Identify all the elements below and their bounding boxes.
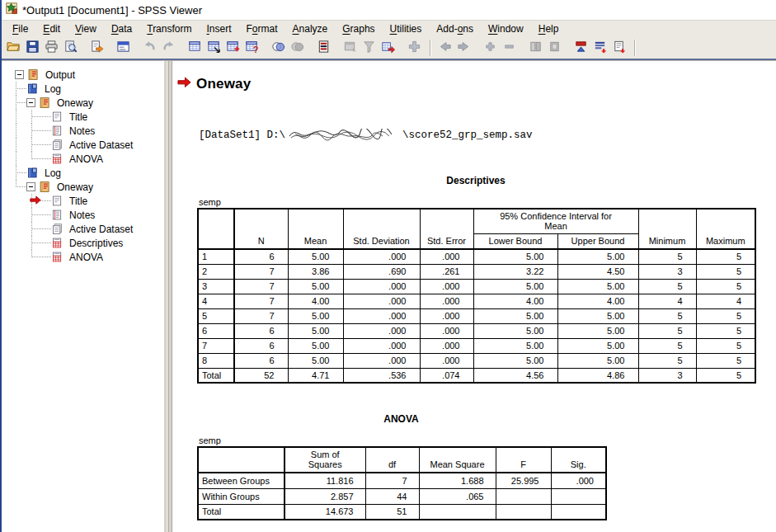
table-cell: 4 [638,294,696,308]
open-button[interactable] [4,39,23,57]
recall-dialog-icon [116,40,130,56]
recall-dialog-button[interactable] [114,39,133,57]
open-icon [7,40,21,56]
find-objects-button[interactable] [269,39,288,57]
table-cell: .000 [420,249,473,264]
hide-output-button[interactable] [545,39,564,57]
export-icon [90,40,104,56]
log-icon [26,167,40,180]
insert-text-button[interactable] [609,39,628,57]
print-preview-button[interactable] [61,39,80,57]
menu-file[interactable]: File [5,21,35,36]
value-labels-button[interactable] [379,39,397,57]
menu-graphs[interactable]: Graphs [335,21,382,36]
menu-format[interactable]: Format [239,21,285,36]
panel-splitter[interactable] [163,60,172,532]
menu-add-ons[interactable]: Add-ons [429,21,481,36]
dataset-path-prefix: [DataSet1] D:\ [199,129,285,141]
goto-case-icon [207,40,221,56]
tree-item-active-dataset[interactable]: Active Dataset [10,138,163,152]
column-header: Maximum [696,209,755,249]
table-cell: 5 [638,353,696,368]
promote-output-button[interactable] [571,39,590,57]
table-cell: 5.00 [288,249,343,264]
export-button[interactable] [87,39,106,57]
menu-data[interactable]: Data [104,21,139,36]
toolbar-group [341,39,397,57]
toolbar-group [526,39,564,57]
tree-item-active-dataset[interactable]: Active Dataset [10,222,163,236]
toolbar-group [87,39,106,57]
table-cell: 6 [234,249,288,264]
table-cell: 5.00 [288,308,343,323]
anova-table[interactable]: Sum of SquaresdfMean SquareFSig.Between … [197,446,607,520]
tree-item-descriptives[interactable]: Descriptives [10,236,163,250]
goto-chart-button[interactable] [341,39,360,57]
goto-data-button[interactable] [186,39,205,57]
menu-edit[interactable]: Edit [35,21,68,36]
menu-help[interactable]: Help [531,21,567,36]
tree-guide [10,82,26,96]
collapse-output-button[interactable] [500,39,519,57]
tree-guide [26,236,51,250]
tree-item-log[interactable]: Log [10,166,163,180]
select-cases-button[interactable] [360,39,379,57]
tree-item-output[interactable]: Output [10,68,163,82]
menu-transform[interactable]: Transform [139,21,199,36]
insert-heading-button[interactable] [590,39,609,57]
menu-window[interactable]: Window [481,21,531,36]
undo-icon [143,40,157,56]
print-button[interactable] [42,39,61,57]
menu-analyze[interactable]: Analyze [285,21,336,36]
svg-text:?: ? [253,45,258,54]
anova-variable-label: semp [199,435,605,445]
move-selection-button[interactable] [405,39,424,57]
tree-item-label: Oneway [55,97,95,109]
tree-item-title[interactable]: Title [10,194,163,208]
table-cell: 5 [696,368,755,383]
variable-info-button[interactable]: ? [242,39,261,57]
goto-case-button[interactable] [205,39,223,57]
table-cell: 5.00 [288,279,343,294]
tree-item-title[interactable]: Title [10,110,163,124]
tree-expander-collapse[interactable] [15,70,24,79]
menu-utilities[interactable]: Utilities [383,21,430,36]
undo-button[interactable] [140,39,159,57]
redo-button[interactable] [159,39,178,57]
print-preview-icon [63,40,78,56]
tree-item-log[interactable]: Log [10,82,163,96]
table-cell: .000 [420,353,473,368]
show-output-button[interactable] [526,39,545,57]
table-icon [51,237,64,250]
find-objects-icon [271,40,285,56]
tree-item-anova[interactable]: ANOVA [10,152,163,166]
descriptives-table[interactable]: NMeanStd. DeviationStd. Error95% Confide… [197,208,756,384]
designate-window-button[interactable] [288,39,307,57]
use-sets-button[interactable] [314,39,333,57]
tree-expander-collapse[interactable] [26,98,35,107]
current-item-arrow-icon [30,195,41,207]
table-cell: 11.816 [285,473,365,488]
table-cell: 4.00 [557,294,638,308]
row-label: 6 [198,323,234,338]
table-cell: 5.00 [557,279,638,294]
save-button[interactable] [23,39,42,57]
column-header: df [365,447,419,473]
menu-view[interactable]: View [68,21,104,36]
previous-output-button[interactable] [435,39,454,57]
tree-item-anova[interactable]: ANOVA [10,250,163,264]
tree-item-notes[interactable]: Notes [10,124,163,138]
next-output-button[interactable] [454,39,473,57]
table-cell: 51 [365,504,419,520]
tree-expander-collapse[interactable] [26,182,35,191]
menu-insert[interactable]: Insert [199,21,238,36]
insert-variables-button[interactable] [223,39,242,57]
tree-item-label: Title [68,111,89,123]
tree-item-notes[interactable]: Notes [10,208,163,222]
expand-output-button[interactable] [481,39,500,57]
tree-item-oneway[interactable]: Oneway [10,180,163,194]
table-cell: 5.00 [473,323,557,338]
save-icon [26,40,40,56]
column-header: Mean Square [419,447,496,473]
tree-item-oneway[interactable]: Oneway [10,96,163,110]
